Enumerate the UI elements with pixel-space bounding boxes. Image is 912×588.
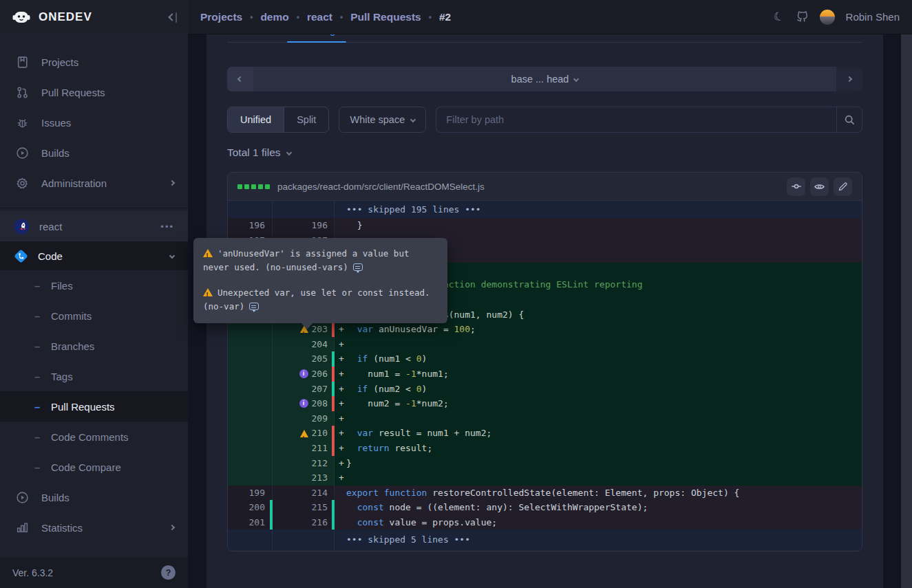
code-text: const node = ((element: any): SelectWith… — [346, 502, 648, 512]
sidebar-item-pull-requests[interactable]: Pull Requests — [0, 77, 188, 107]
old-line-number[interactable]: 200 — [228, 500, 273, 515]
github-icon[interactable] — [796, 10, 809, 23]
skipped-text: ••• skipped 5 lines ••• — [346, 534, 470, 545]
new-line-number[interactable]: 196 — [273, 218, 335, 233]
new-line-number[interactable]: 210 — [273, 426, 335, 441]
sidebar-item-issues[interactable]: Issues — [0, 107, 188, 138]
gear-icon — [14, 177, 30, 190]
old-line-number[interactable] — [228, 470, 273, 486]
add-comment-icon[interactable] — [353, 263, 363, 271]
edit-file-button[interactable] — [834, 177, 852, 196]
old-line-number[interactable] — [228, 382, 273, 397]
added-line-marker: + — [339, 411, 344, 426]
split-button[interactable]: Split — [284, 107, 328, 132]
old-line-number[interactable] — [228, 426, 273, 441]
old-line-number[interactable]: 199 — [228, 486, 273, 501]
sidebar-item-project-builds[interactable]: Builds — [0, 482, 188, 512]
old-line-number[interactable] — [228, 351, 273, 367]
sidebar-item-code-comments[interactable]: –Code Comments — [0, 422, 188, 452]
version-label: Ver. 6.3.2 — [12, 567, 161, 578]
sidebar-section-code[interactable]: Code — [0, 241, 188, 270]
new-line-number[interactable]: i206 — [273, 367, 335, 382]
user-name[interactable]: Robin Shen — [846, 11, 900, 23]
new-line-number[interactable]: 215 — [273, 500, 335, 515]
sidebar-item-pull-requests-sub[interactable]: –Pull Requests — [0, 391, 188, 422]
user-avatar[interactable] — [820, 10, 835, 25]
old-line-number[interactable] — [228, 337, 273, 352]
pencil-icon — [838, 182, 848, 192]
new-line-number[interactable]: 212 — [273, 456, 335, 471]
old-line-number[interactable]: 201 — [228, 515, 273, 530]
diff-row: ••• skipped 195 lines ••• — [228, 201, 862, 218]
diff-row: 201216 const value = props.value; — [228, 515, 862, 530]
old-line-number[interactable] — [228, 367, 273, 382]
search-button[interactable] — [836, 107, 862, 133]
prev-commit-button[interactable] — [227, 67, 253, 91]
code-text: return result; — [346, 443, 432, 453]
next-commit-button[interactable] — [836, 67, 862, 91]
whitespace-dropdown[interactable]: White space — [339, 107, 426, 133]
old-line-number[interactable] — [228, 456, 273, 471]
new-line-number[interactable]: 209 — [273, 411, 335, 426]
breadcrumb-projects[interactable]: Projects — [200, 11, 242, 23]
new-line-number[interactable]: 205 — [273, 351, 335, 367]
dark-mode-icon[interactable]: ☾ — [772, 8, 786, 25]
unified-button[interactable]: Unified — [228, 107, 284, 132]
project-menu-dots-icon[interactable]: ••• — [160, 221, 174, 232]
sidebar-item-statistics[interactable]: Statistics — [0, 512, 188, 543]
file-path[interactable]: packages/react-dom/src/client/ReactDOMSe… — [277, 182, 787, 192]
problem-item: Unexpected var, use let or const instead… — [203, 286, 438, 314]
sidebar-item-files[interactable]: –Files — [0, 270, 188, 301]
diff-row: 199214export function restoreControlledS… — [228, 486, 862, 501]
sidebar-item-tags[interactable]: –Tags — [0, 361, 188, 391]
sidebar-collapse-icon[interactable] — [169, 12, 178, 23]
total-files-toggle[interactable]: Total 1 files — [227, 146, 291, 159]
filter-by-path-input[interactable] — [436, 107, 836, 133]
sidebar-item-administration[interactable]: Administration — [0, 168, 188, 198]
old-line-number[interactable] — [228, 411, 273, 426]
breadcrumb-react[interactable]: react — [307, 11, 332, 23]
diff-row: i206+ num1 = -1*num1; — [228, 367, 862, 382]
line-number-text: 211 — [312, 441, 328, 456]
info-icon[interactable]: i — [299, 399, 308, 408]
code-text: num1 = -1*num1; — [346, 369, 449, 379]
sidebar: ONEDEV Projects Pull Requests Issues Bui… — [0, 0, 188, 588]
sidebar-footer: Ver. 6.3.2 ? — [0, 557, 188, 588]
new-line-number[interactable]: 207 — [273, 382, 335, 397]
new-line-number[interactable]: i208 — [273, 396, 335, 411]
breadcrumb-demo[interactable]: demo — [260, 11, 288, 23]
new-line-number — [273, 530, 335, 550]
new-line-number[interactable]: 214 — [273, 486, 335, 501]
old-line-number[interactable] — [228, 322, 273, 337]
view-file-button[interactable] — [810, 177, 829, 196]
help-icon[interactable]: ? — [161, 565, 176, 580]
sidebar-item-builds[interactable]: Builds — [0, 138, 188, 168]
onedev-logo-icon[interactable] — [11, 7, 32, 28]
added-line-marker: + — [339, 470, 344, 486]
page-scrollbar[interactable] — [900, 34, 912, 588]
diff-row: 207+ if (num2 < 0) — [228, 382, 862, 397]
code-line: + if (num2 < 0) — [335, 382, 862, 397]
warning-icon[interactable] — [300, 430, 308, 437]
new-line-number[interactable]: 211 — [273, 441, 335, 456]
sidebar-item-code-compare[interactable]: –Code Compare — [0, 452, 188, 482]
new-line-number[interactable]: 213 — [273, 470, 335, 486]
sidebar-project-react[interactable]: react ••• — [0, 211, 188, 241]
old-line-number[interactable] — [228, 441, 273, 456]
breadcrumb-pull-requests[interactable]: Pull Requests — [350, 11, 421, 23]
code-text: var anUnusedVar = 100; — [346, 324, 476, 334]
sidebar-item-projects[interactable]: Projects — [0, 47, 188, 77]
sidebar-item-branches[interactable]: –Branches — [0, 331, 188, 361]
chevron-right-icon — [169, 525, 175, 530]
commit-history-button[interactable] — [787, 177, 805, 196]
add-comment-icon[interactable] — [249, 303, 259, 310]
new-line-number[interactable]: 216 — [273, 515, 335, 530]
old-line-number[interactable] — [228, 396, 273, 411]
revision-selector[interactable]: base ... head — [253, 67, 836, 91]
sidebar-item-commits[interactable]: –Commits — [0, 301, 188, 331]
new-line-number[interactable]: 204 — [273, 337, 335, 352]
old-line-number[interactable]: 196 — [228, 218, 273, 233]
info-icon[interactable]: i — [299, 369, 308, 378]
added-line-marker: + — [339, 351, 344, 367]
chevron-down-icon — [410, 117, 416, 122]
